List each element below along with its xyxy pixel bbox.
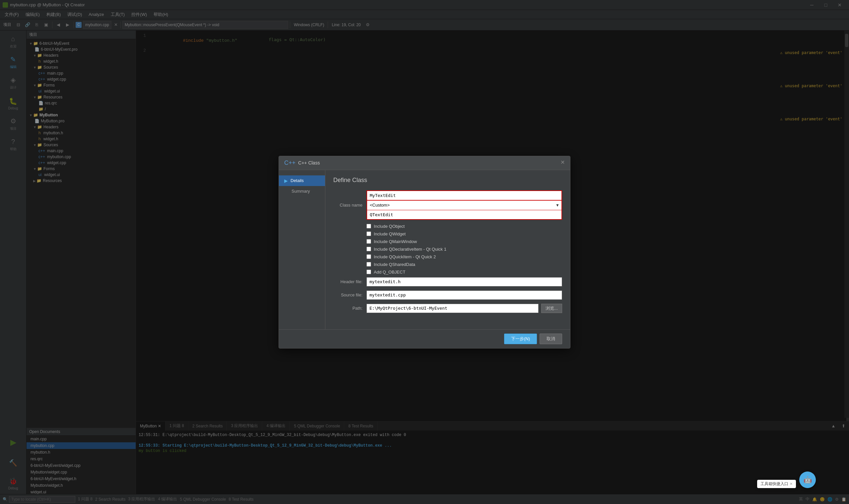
class-name-input-wrapper: <Custom> QObject QWidget QMainWindow ▼ xyxy=(366,190,562,220)
modal-nav: ▶ Details Summary xyxy=(279,170,325,329)
add-qobject-label: Add Q_OBJECT xyxy=(374,270,405,274)
toolbox-close-btn[interactable]: ✕ xyxy=(790,482,793,486)
class-name-border-group: <Custom> QObject QWidget QMainWindow ▼ xyxy=(366,190,562,220)
source-file-label: Source file: xyxy=(333,292,366,298)
modal-overlay: C++ C++ Class ✕ ▶ Details Summary Define… xyxy=(0,0,849,504)
checkbox-qobject-macro: Add Q_OBJECT xyxy=(366,270,562,274)
checkbox-qquickitem: Include QQuickItem - Qt Quick 2 xyxy=(366,254,562,259)
cancel-button[interactable]: 取消 xyxy=(540,334,562,344)
source-file-row: Source file: xyxy=(333,290,562,300)
include-qmainwindow-label: Include QMainWindow xyxy=(374,239,417,244)
modal-header: C++ C++ Class ✕ xyxy=(279,156,570,170)
checkbox-qshareddata: Include QSharedData xyxy=(366,262,562,267)
class-name-row: Class name <Custom> QObject QWidget xyxy=(333,190,562,220)
include-qshareddata-checkbox[interactable] xyxy=(366,262,371,267)
header-file-label: Header file: xyxy=(333,279,366,284)
class-name-label: Class name xyxy=(333,203,366,208)
nav-details[interactable]: ▶ Details xyxy=(279,175,325,186)
browse-button[interactable]: 浏览... xyxy=(541,304,562,313)
header-file-row: Header file: xyxy=(333,277,562,287)
base-class-select[interactable]: <Custom> QObject QWidget QMainWindow xyxy=(367,201,561,210)
chatbot-button[interactable]: 🤖 xyxy=(799,471,816,488)
modal-title-section: C++ C++ Class xyxy=(284,160,320,166)
modal-footer: 下一步(N) 取消 xyxy=(279,329,570,348)
modal-content: Define Class Class name <Custom> Q xyxy=(325,170,570,329)
nav-summary-label: Summary xyxy=(291,189,310,194)
path-row: Path: 浏览... xyxy=(333,304,562,313)
checkbox-qobject: Include QObject xyxy=(366,224,562,229)
chatbot-icon: 🤖 xyxy=(803,476,812,484)
define-class-title: Define Class xyxy=(333,177,562,184)
nav-summary[interactable]: Summary xyxy=(279,186,325,196)
checkbox-qwidget: Include QWidget xyxy=(366,231,562,236)
include-qdeclarativeitem-label: Include QDeclarativeItem - Qt Quick 1 xyxy=(374,247,446,252)
include-qshareddata-label: Include QSharedData xyxy=(374,262,415,267)
base-class-row-inner: <Custom> QObject QWidget QMainWindow ▼ xyxy=(367,200,561,210)
cpp-class-icon: C++ xyxy=(284,160,295,166)
source-file-input[interactable] xyxy=(366,290,562,300)
next-button[interactable]: 下一步(N) xyxy=(504,334,537,344)
custom-class-input[interactable] xyxy=(367,210,561,219)
toolbox-label: 工具箱快捷入口 ✕ xyxy=(757,480,796,488)
include-qquickitem-checkbox[interactable] xyxy=(366,254,371,259)
include-qwidget-label: Include QWidget xyxy=(374,231,405,236)
include-qobject-checkbox[interactable] xyxy=(366,224,371,229)
nav-arrow-icon: ▶ xyxy=(284,178,288,183)
include-qwidget-checkbox[interactable] xyxy=(366,231,371,236)
checkbox-qdeclarativeitem: Include QDeclarativeItem - Qt Quick 1 xyxy=(366,247,562,252)
toolbox-text: 工具箱快捷入口 xyxy=(760,481,788,487)
modal-type-label: C++ Class xyxy=(298,160,320,165)
checkbox-qmainwindow: Include QMainWindow xyxy=(366,239,562,244)
cpp-class-dialog: C++ C++ Class ✕ ▶ Details Summary Define… xyxy=(278,156,571,348)
include-qobject-label: Include QObject xyxy=(374,224,404,229)
header-file-input[interactable] xyxy=(366,277,562,287)
include-qmainwindow-checkbox[interactable] xyxy=(366,239,371,244)
include-qdeclarativeitem-checkbox[interactable] xyxy=(366,247,371,251)
nav-details-label: Details xyxy=(290,178,304,183)
include-checkboxes: Include QObject Include QWidget Include … xyxy=(366,224,562,274)
add-qobject-checkbox[interactable] xyxy=(366,270,371,274)
path-input[interactable] xyxy=(366,304,539,313)
class-name-input[interactable] xyxy=(367,191,561,200)
modal-body: ▶ Details Summary Define Class Class nam… xyxy=(279,170,570,329)
path-label: Path: xyxy=(333,306,366,311)
modal-close-button[interactable]: ✕ xyxy=(559,159,566,166)
include-qquickitem-label: Include QQuickItem - Qt Quick 2 xyxy=(374,254,436,259)
